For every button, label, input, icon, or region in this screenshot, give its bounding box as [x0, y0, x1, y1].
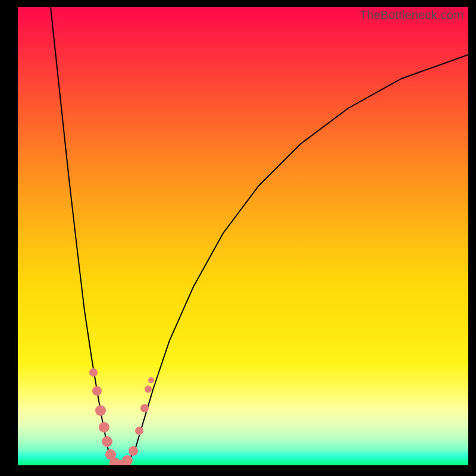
watermark-text: TheBottleneck.com [359, 8, 464, 22]
data-point-dot [148, 377, 154, 383]
data-point-dot [102, 436, 112, 447]
bottleneck-curve [18, 7, 468, 465]
data-point-dot [135, 427, 143, 435]
curve-path [51, 7, 468, 465]
data-point-dot [89, 368, 98, 377]
data-point-dot [95, 405, 106, 416]
data-point-dot [140, 404, 149, 412]
data-point-dot [145, 386, 152, 393]
plot-area: TheBottleneck.com [18, 7, 468, 465]
data-point-dot [129, 446, 138, 456]
data-point-dot [99, 422, 109, 433]
data-point-dot [92, 386, 102, 396]
chart-frame: TheBottleneck.com [0, 0, 476, 476]
